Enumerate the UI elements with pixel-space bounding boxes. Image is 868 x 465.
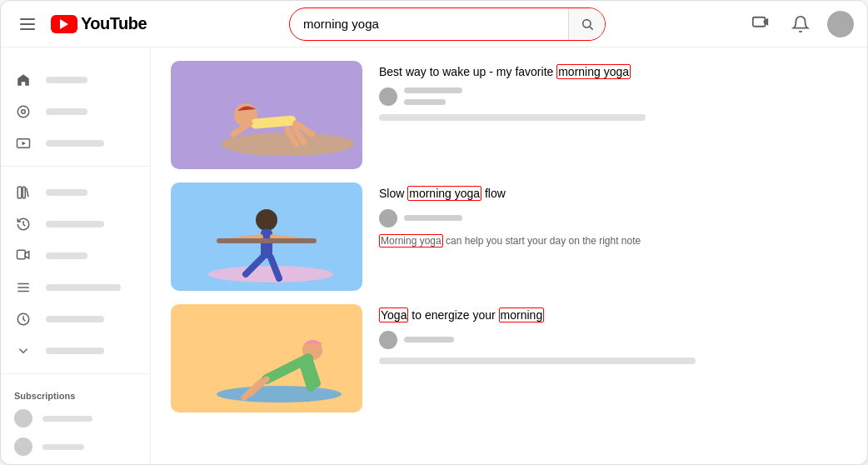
header-left: YouTube [14, 11, 147, 38]
channel-name-line-3 [404, 337, 454, 342]
queue-icon [14, 278, 32, 297]
sidebar-item-history[interactable] [1, 208, 150, 240]
sidebar-item-watch-later[interactable] [1, 303, 150, 335]
hamburger-button[interactable] [14, 11, 41, 38]
sidebar-label-subscriptions [46, 140, 104, 147]
logo-link[interactable]: YouTube [51, 14, 147, 33]
upload-button[interactable] [747, 11, 774, 38]
sidebar-label-more [46, 348, 104, 354]
sidebar-item-home[interactable] [1, 64, 150, 96]
youtube-logo-icon [51, 15, 77, 33]
svg-marker-7 [22, 142, 27, 146]
video-title-1: Best way to wake up - my favorite mornin… [379, 64, 847, 81]
search-input[interactable] [290, 10, 568, 38]
your-videos-icon [14, 247, 32, 265]
desc-line-3 [379, 358, 696, 364]
svg-marker-11 [25, 252, 29, 258]
sidebar-item-queue[interactable] [1, 272, 150, 303]
video-card-2: Slow morning yoga flow Morning yoga can … [171, 182, 847, 291]
logo-text: YouTube [81, 14, 147, 33]
svg-point-24 [256, 209, 277, 231]
svg-point-0 [582, 19, 590, 27]
sub-avatar-1 [14, 409, 32, 428]
svg-rect-9 [22, 187, 25, 198]
highlight-morning-yoga-1: morning yoga [556, 64, 631, 79]
desc-line-1 [379, 114, 646, 121]
bell-icon [791, 15, 810, 33]
upload-icon [751, 15, 770, 33]
sidebar: Subscriptions [1, 48, 151, 464]
thumbnail-illustration-3 [171, 304, 362, 412]
video-info-2: Slow morning yoga flow Morning yoga can … [379, 182, 847, 248]
search-bar [289, 8, 606, 41]
sidebar-item-your-videos[interactable] [1, 240, 150, 272]
search-button[interactable] [568, 8, 605, 40]
home-icon [14, 71, 32, 89]
channel-avatar-2 [379, 209, 397, 228]
video-card-3: Yoga to energize your morning [171, 304, 847, 412]
sidebar-item-explore[interactable] [1, 96, 150, 128]
highlight-morning-3: morning [499, 308, 545, 322]
video-title-2: Slow morning yoga flow [379, 186, 847, 202]
video-card-1: Best way to wake up - my favorite mornin… [171, 61, 847, 169]
svg-point-4 [17, 106, 29, 118]
video-info-3: Yoga to energize your morning [379, 304, 847, 364]
sidebar-label-home [46, 77, 87, 83]
svg-rect-10 [17, 250, 26, 259]
sidebar-label-watch-later [46, 316, 104, 322]
sidebar-item-library[interactable] [1, 177, 150, 208]
svg-point-23 [208, 266, 333, 282]
svg-line-1 [590, 27, 593, 30]
channel-row-3 [379, 331, 847, 349]
search-icon [581, 18, 594, 31]
library-icon [14, 183, 32, 202]
thumbnail-illustration-1 [171, 61, 362, 169]
svg-rect-2 [753, 17, 766, 26]
avatar[interactable] [827, 11, 854, 38]
channel-avatar-1 [379, 88, 397, 106]
thumbnail-1[interactable] [171, 61, 362, 169]
sub-avatar-2 [14, 438, 32, 456]
channel-row-2 [379, 209, 847, 228]
sidebar-item-subscriptions[interactable] [1, 128, 150, 159]
sub-label-1 [42, 416, 92, 422]
svg-rect-8 [17, 187, 22, 198]
sidebar-subscriptions: Subscriptions [1, 378, 150, 464]
channel-avatar-3 [379, 331, 397, 349]
thumbnail-illustration-2 [171, 182, 362, 291]
sub-item-2[interactable] [1, 432, 150, 461]
sidebar-label-library [46, 189, 87, 196]
sidebar-label-explore [46, 108, 87, 115]
svg-rect-25 [261, 229, 272, 258]
notifications-button[interactable] [787, 11, 814, 38]
sidebar-label-queue [46, 284, 121, 291]
sub-label-2 [42, 444, 84, 450]
header-center [161, 8, 734, 41]
sidebar-item-more[interactable] [1, 335, 150, 367]
watch-later-icon [14, 310, 32, 328]
svg-point-31 [217, 386, 342, 402]
header: YouTube [1, 1, 867, 48]
app-window: YouTube [0, 0, 868, 465]
sub-item-1[interactable] [1, 404, 150, 432]
sub-item-3[interactable] [1, 461, 150, 464]
svg-point-5 [22, 110, 26, 114]
sidebar-label-your-videos [46, 252, 87, 259]
svg-point-16 [221, 132, 354, 156]
channel-meta-line-1 [404, 99, 446, 105]
video-title-3: Yoga to energize your morning [379, 308, 847, 324]
channel-name-line-1 [404, 88, 462, 93]
chevron-down-icon [14, 342, 32, 360]
thumbnail-3[interactable] [171, 304, 362, 412]
channel-row-1 [379, 88, 847, 106]
thumbnail-2[interactable] [171, 182, 362, 291]
svg-marker-3 [764, 18, 769, 25]
history-icon [14, 215, 32, 233]
highlight-morning-yoga-desc: Morning yoga [379, 234, 443, 248]
highlight-morning-yoga-2: morning yoga [407, 186, 481, 201]
desc-text-2: Morning yoga can help you start your day… [379, 234, 847, 248]
svg-rect-30 [217, 238, 317, 243]
subscriptions-icon [14, 134, 32, 152]
header-right [747, 11, 854, 38]
channel-name-line-2 [404, 215, 462, 221]
